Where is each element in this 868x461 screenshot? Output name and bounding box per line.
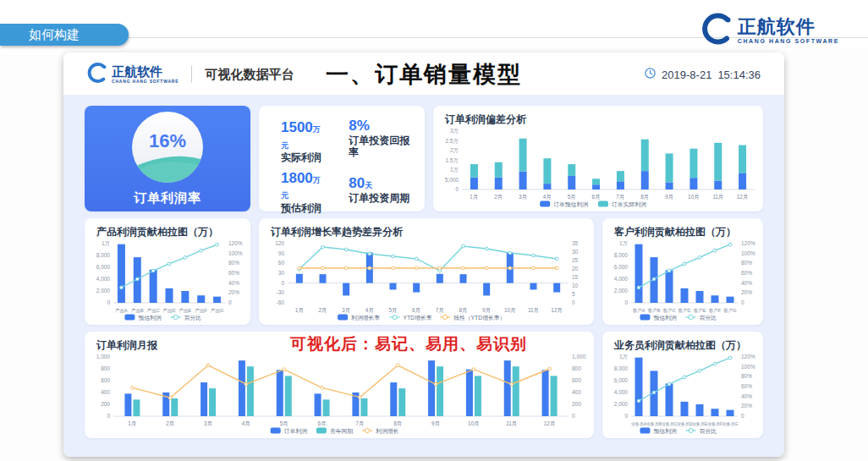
svg-text:2月: 2月: [166, 420, 174, 427]
svg-text:1,000: 1,000: [96, 354, 111, 359]
svg-text:20%: 20%: [228, 290, 239, 296]
chart-title: 订单利润增长率趋势差异分析: [259, 218, 594, 238]
svg-text:11月: 11月: [506, 420, 517, 427]
svg-text:12月: 12月: [544, 420, 556, 427]
svg-text:4,000: 4,000: [614, 389, 629, 395]
svg-text:6月: 6月: [412, 307, 420, 314]
svg-text:0: 0: [624, 413, 628, 419]
svg-text:200: 200: [572, 401, 581, 407]
svg-text:1.5万: 1.5万: [445, 157, 459, 163]
svg-text:200: 200: [101, 401, 110, 407]
svg-text:利润增长率: 利润增长率: [351, 315, 380, 321]
svg-text:8,000: 8,000: [614, 365, 629, 371]
svg-text:4,000: 4,000: [614, 276, 629, 282]
svg-text:6,000: 6,000: [96, 264, 111, 270]
chart-title: 产品利润贡献柏拉图（万）: [85, 218, 250, 238]
svg-text:客户A: 客户A: [633, 308, 646, 314]
svg-text:1月: 1月: [295, 307, 304, 314]
svg-text:1万: 1万: [619, 354, 629, 359]
svg-text:7月: 7月: [616, 194, 624, 200]
svg-text:400: 400: [101, 389, 110, 395]
svg-text:1万: 1万: [102, 240, 111, 246]
svg-text:8,000: 8,000: [96, 252, 111, 258]
svg-text:业务员A: 业务员A: [631, 421, 647, 426]
kpi-value: 16%: [149, 130, 186, 152]
company-logo: 正航软件 CHANG HANG SOFTWARE: [699, 12, 839, 49]
svg-text:2.5万: 2.5万: [445, 138, 459, 144]
svg-text:5,000: 5,000: [445, 177, 459, 183]
chart-canvas-container: 05,0001万1.5万2万2.5万3万1月2月3月4月5月6月7月8月9月10…: [433, 125, 763, 211]
svg-text:1月: 1月: [128, 420, 136, 427]
svg-text:2月: 2月: [494, 194, 503, 200]
svg-text:线性（YTD增长率）: 线性（YTD增长率）: [453, 315, 505, 321]
svg-text:0: 0: [455, 186, 459, 192]
svg-text:6,000: 6,000: [614, 264, 629, 270]
svg-text:0: 0: [107, 413, 110, 419]
chart-canvas-container: 02,0004,0006,0008,0001万020%40%60%80%100%…: [602, 238, 763, 325]
svg-text:40%: 40%: [228, 280, 239, 286]
chart-order-profit-deviation: 订单利润偏差分析 05,0001万1.5万2万2.5万3万1月2月3月4月5月6…: [433, 106, 763, 211]
svg-text:去年同期: 去年同期: [330, 428, 353, 434]
company-name: 正航软件: [738, 18, 839, 36]
chart-product-pareto: 产品利润贡献柏拉图（万） 02,0004,0006,0008,0001万020%…: [85, 218, 250, 325]
svg-text:产品E: 产品E: [179, 308, 192, 313]
svg-text:10: 10: [572, 283, 579, 288]
company-logo-icon: [699, 12, 733, 49]
svg-text:4月: 4月: [365, 307, 374, 314]
kpi-label: 订单利润率: [134, 190, 201, 206]
svg-text:9月: 9月: [665, 194, 673, 200]
chart-title: 业务员利润贡献柏拉图（万）: [602, 332, 763, 351]
svg-text:产品G: 产品G: [211, 308, 223, 313]
svg-text:1,000: 1,000: [572, 354, 586, 359]
svg-text:客户E: 客户E: [694, 308, 706, 314]
svg-text:5月: 5月: [280, 420, 288, 427]
chart-canvas: 02004006008001,00002004006008001,0001月2月…: [85, 351, 594, 438]
svg-text:40%: 40%: [741, 280, 752, 286]
svg-text:120: 120: [275, 240, 284, 246]
metrics-panel: 1500万元 实际利润 1800万元 预估利润 3000万元 目标利润 8% 订…: [259, 106, 425, 211]
svg-text:9月: 9月: [482, 307, 491, 314]
svg-text:8,000: 8,000: [614, 252, 629, 258]
tab-label: 如何构建: [29, 27, 80, 43]
metric-estimated-profit: 1800万元 预估利润: [281, 170, 327, 215]
svg-text:10月: 10月: [688, 194, 700, 200]
chart-canvas: 05,0001万1.5万2万2.5万3万1月2月3月4月5月6月7月8月9月10…: [433, 125, 763, 211]
svg-text:120%: 120%: [741, 240, 755, 246]
datetime: 2019-8-21 15:14:36: [645, 68, 761, 81]
svg-text:客户B: 客户B: [648, 308, 661, 314]
svg-text:8月: 8月: [459, 307, 467, 314]
svg-text:业务员F: 业务员F: [707, 421, 722, 426]
clock-icon: [645, 68, 656, 81]
svg-text:预估利润: 预估利润: [653, 315, 676, 321]
chart-salesman-pareto: 业务员利润贡献柏拉图（万） 02,0004,0006,0008,0001万020…: [602, 332, 763, 438]
svg-text:60%: 60%: [741, 383, 752, 389]
kpi-gauge: 16%: [132, 112, 203, 183]
svg-text:0: 0: [281, 280, 284, 286]
svg-text:4月: 4月: [242, 420, 250, 427]
svg-text:YTD增长率: YTD增长率: [404, 315, 432, 321]
svg-text:6,000: 6,000: [614, 377, 629, 383]
svg-text:100%: 100%: [741, 364, 755, 370]
svg-text:2月: 2月: [318, 307, 327, 314]
svg-text:利润增长: 利润增长: [376, 428, 398, 435]
dashboard-header: 正航软件 CHANG HANG SOFTWARE 可视化数据平台 一、订单销量模…: [63, 52, 784, 95]
svg-text:3月: 3月: [342, 307, 350, 314]
chart-canvas-container: 02,0004,0006,0008,0001万020%40%60%80%100%…: [602, 351, 763, 438]
chart-canvas: 02,0004,0006,0008,0001万020%40%60%80%100%…: [85, 238, 250, 325]
svg-text:11月: 11月: [528, 307, 539, 314]
svg-text:3万: 3万: [450, 128, 459, 134]
kpi-order-profit-rate: 16% 订单利润率: [85, 106, 250, 211]
svg-text:业务员C: 业务员C: [662, 421, 678, 426]
svg-text:3月: 3月: [519, 194, 527, 200]
svg-text:60%: 60%: [741, 270, 752, 276]
metric-roi: 8% 订单投资回报率: [349, 118, 418, 158]
tab-how-to-build[interactable]: 如何构建: [0, 24, 129, 46]
svg-text:60: 60: [278, 261, 285, 266]
svg-text:80%: 80%: [741, 261, 752, 266]
svg-text:15: 15: [572, 274, 579, 280]
svg-text:11月: 11月: [712, 194, 723, 200]
svg-text:90: 90: [278, 250, 285, 256]
svg-text:业务员G: 业务员G: [722, 421, 739, 426]
svg-text:12月: 12月: [737, 194, 749, 200]
chart-canvas-container: 02,0004,0006,0008,0001万020%40%60%80%100%…: [85, 238, 250, 325]
